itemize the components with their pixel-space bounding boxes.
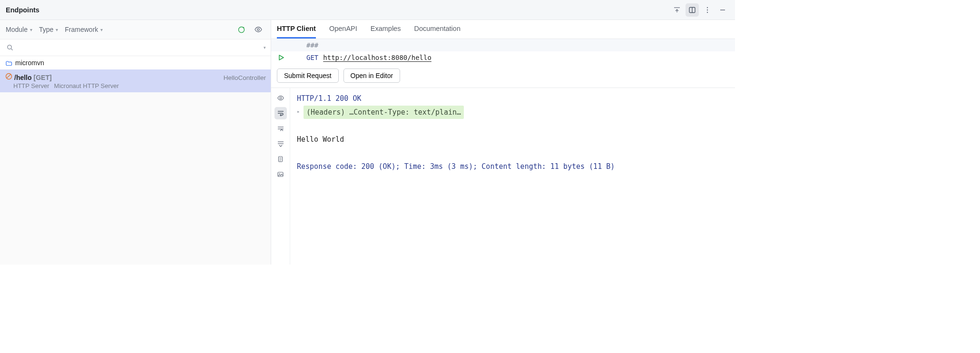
fold-icon[interactable]: ▸ bbox=[297, 107, 302, 117]
endpoint-row[interactable]: /hello [GET] HelloController HTTP Server… bbox=[0, 69, 271, 92]
filter-bar: Module ▾ Type ▾ Framework ▾ bbox=[0, 20, 271, 39]
framework-filter-label: Framework bbox=[65, 26, 98, 33]
headers-chip-label: (Headers) bbox=[306, 108, 345, 117]
tab-examples[interactable]: Examples bbox=[371, 20, 401, 39]
type-filter-label: Type bbox=[39, 26, 53, 33]
framework-filter-dropdown[interactable]: Framework ▾ bbox=[65, 26, 103, 33]
status-code-text: 200 OK bbox=[335, 94, 361, 103]
module-filter-label: Module bbox=[6, 26, 28, 33]
eye-icon[interactable] bbox=[252, 23, 265, 36]
layout-toggle-icon[interactable] bbox=[686, 3, 699, 17]
copy-icon[interactable] bbox=[274, 153, 287, 165]
svg-point-2 bbox=[707, 9, 708, 10]
module-row[interactable]: micromvn bbox=[0, 56, 271, 69]
endpoint-server2-label: Micronaut HTTP Server bbox=[54, 82, 119, 89]
endpoints-left-pane: Module ▾ Type ▾ Framework ▾ bbox=[0, 20, 271, 265]
chevron-down-icon: ▾ bbox=[30, 27, 32, 32]
request-url[interactable]: http://localhost:8080/hello bbox=[323, 54, 431, 61]
svg-point-1 bbox=[707, 7, 708, 8]
chevron-down-icon: ▾ bbox=[100, 27, 103, 32]
more-options-icon[interactable] bbox=[701, 3, 714, 17]
endpoint-controller-label: HelloController bbox=[224, 74, 266, 81]
endpoint-path-label: /hello bbox=[14, 74, 32, 81]
endpoints-tree: micromvn /hello [GET] HelloController bbox=[0, 56, 271, 265]
tool-window-title: Endpoints bbox=[6, 6, 39, 14]
endpoint-method-label: [GET] bbox=[34, 74, 52, 81]
svg-point-12 bbox=[279, 173, 280, 174]
chevron-down-icon: ▾ bbox=[56, 27, 58, 32]
minimize-icon[interactable] bbox=[716, 3, 729, 17]
module-name-label: micromvn bbox=[15, 59, 44, 67]
tab-openapi[interactable]: OpenAPI bbox=[329, 20, 357, 39]
svg-point-6 bbox=[257, 29, 259, 30]
wrap-icon[interactable] bbox=[274, 107, 287, 119]
chevron-down-icon: ▾ bbox=[264, 45, 266, 50]
svg-point-5 bbox=[243, 27, 244, 28]
tab-label: Examples bbox=[371, 25, 401, 32]
response-body-text: Hello World bbox=[297, 133, 728, 147]
scroll-up-icon[interactable] bbox=[274, 122, 287, 135]
export-icon[interactable] bbox=[670, 3, 684, 17]
endpoint-icon bbox=[5, 72, 12, 80]
detail-tabs: HTTP Client OpenAPI Examples Documentati… bbox=[271, 20, 735, 39]
request-verb: GET bbox=[306, 54, 318, 61]
module-filter-dropdown[interactable]: Module ▾ bbox=[6, 26, 32, 33]
module-icon bbox=[5, 59, 12, 67]
image-icon[interactable] bbox=[274, 168, 287, 180]
open-in-editor-button[interactable]: Open in Editor bbox=[343, 69, 401, 83]
request-editor: ### GET http://localhost:8080/hello Subm… bbox=[271, 39, 735, 88]
eye-icon[interactable] bbox=[274, 92, 287, 104]
tab-label: HTTP Client bbox=[277, 25, 316, 32]
run-icon[interactable] bbox=[276, 54, 286, 61]
request-delimiter: ### bbox=[306, 41, 318, 49]
details-right-pane: HTTP Client OpenAPI Examples Documentati… bbox=[271, 20, 735, 265]
response-headers-line[interactable]: ▸ (Headers) …Content-Type: text/plain… bbox=[297, 106, 728, 119]
type-filter-dropdown[interactable]: Type ▾ bbox=[39, 26, 58, 33]
tool-window-header: Endpoints bbox=[0, 0, 735, 20]
svg-point-9 bbox=[280, 97, 282, 99]
tab-http-client[interactable]: HTTP Client bbox=[277, 20, 316, 39]
refresh-icon[interactable] bbox=[235, 23, 248, 36]
response-meta-line: Response code: 200 (OK); Time: 3ms (3 ms… bbox=[297, 160, 728, 174]
status-protocol: HTTP/1.1 bbox=[297, 94, 335, 103]
svg-point-7 bbox=[7, 45, 11, 49]
header-actions bbox=[670, 3, 729, 17]
search-input[interactable] bbox=[15, 44, 271, 51]
scroll-down-icon[interactable] bbox=[274, 137, 287, 150]
submit-request-button[interactable]: Submit Request bbox=[277, 69, 339, 83]
response-body: HTTP/1.1 200 OK ▸ (Headers) …Content-Typ… bbox=[290, 88, 735, 265]
response-gutter bbox=[271, 88, 290, 265]
search-icon[interactable] bbox=[5, 41, 15, 54]
endpoint-server1-label: HTTP Server bbox=[13, 82, 49, 89]
search-row: ▾ bbox=[0, 39, 271, 56]
svg-point-3 bbox=[707, 11, 708, 12]
tab-label: Documentation bbox=[414, 25, 461, 32]
response-status-line: HTTP/1.1 200 OK bbox=[297, 92, 728, 106]
tab-documentation[interactable]: Documentation bbox=[414, 20, 461, 39]
response-block: HTTP/1.1 200 OK ▸ (Headers) …Content-Typ… bbox=[271, 88, 735, 265]
tab-label: OpenAPI bbox=[329, 25, 357, 32]
headers-summary-text: …Content-Type: text/plain… bbox=[345, 108, 461, 117]
